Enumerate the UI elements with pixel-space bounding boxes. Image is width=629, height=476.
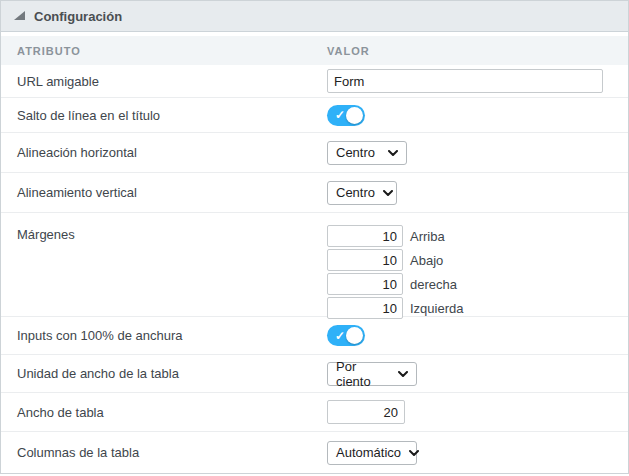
- salto-linea-label: Salto de línea en el título: [1, 108, 327, 123]
- check-icon: ✓: [335, 109, 345, 121]
- inputs-100-toggle[interactable]: ✓: [327, 325, 365, 346]
- check-icon: ✓: [335, 329, 345, 341]
- toggle-knob: [346, 327, 363, 344]
- section-title: Configuración: [34, 9, 122, 24]
- columnas-tabla-selected: Automático: [336, 445, 401, 460]
- row-url-amigable: URL amigable: [1, 65, 628, 98]
- row-inputs-100: Inputs con 100% de anchura ✓: [1, 317, 628, 355]
- ancho-tabla-label: Ancho de tabla: [1, 405, 327, 420]
- row-alineamiento-vertical: Alineamiento vertical Centro: [1, 173, 628, 213]
- row-ancho-tabla: Ancho de tabla: [1, 393, 628, 432]
- salto-linea-toggle[interactable]: ✓: [327, 105, 365, 126]
- row-unidad-ancho: Unidad de ancho de la tabla Por ciento: [1, 355, 628, 393]
- margin-right-label: derecha: [410, 277, 457, 292]
- url-amigable-input[interactable]: [327, 69, 603, 93]
- margin-top-row: Arriba: [327, 225, 463, 247]
- alineacion-horizontal-selected: Centro: [336, 145, 375, 160]
- row-columnas-tabla: Columnas de la tabla Automático: [1, 432, 628, 473]
- margin-top-label: Arriba: [410, 229, 445, 244]
- value-column-header: VALOR: [327, 45, 370, 57]
- attribute-column-header: ATRIBUTO: [1, 45, 327, 57]
- margin-right-row: derecha: [327, 273, 463, 295]
- margin-bottom-input[interactable]: [327, 249, 403, 271]
- columnas-tabla-select[interactable]: Automático: [327, 441, 417, 465]
- margin-bottom-label: Abajo: [410, 253, 443, 268]
- alineacion-horizontal-label: Alineación horizontal: [1, 145, 327, 160]
- row-margenes: Márgenes Arriba Abajo derecha Izquierda: [1, 213, 628, 317]
- margenes-label: Márgenes: [1, 213, 327, 242]
- alineamiento-vertical-selected: Centro: [336, 185, 375, 200]
- chevron-down-icon: [398, 371, 408, 377]
- margin-left-row: Izquierda: [327, 297, 463, 319]
- unidad-ancho-label: Unidad de ancho de la tabla: [1, 366, 327, 381]
- margin-left-input[interactable]: [327, 297, 403, 319]
- toggle-knob: [346, 107, 363, 124]
- configuration-panel: Configuración ATRIBUTO VALOR URL amigabl…: [0, 0, 629, 474]
- row-alineacion-horizontal: Alineación horizontal Centro: [1, 133, 628, 173]
- ancho-tabla-input[interactable]: [327, 400, 405, 424]
- alineamiento-vertical-select[interactable]: Centro: [327, 181, 397, 205]
- columnas-tabla-label: Columnas de la tabla: [1, 445, 327, 460]
- table-header-row: ATRIBUTO VALOR: [1, 36, 628, 65]
- margin-right-input[interactable]: [327, 273, 403, 295]
- alineacion-horizontal-select[interactable]: Centro: [327, 141, 407, 165]
- margin-left-label: Izquierda: [410, 301, 463, 316]
- section-titlebar[interactable]: Configuración: [1, 1, 628, 32]
- unidad-ancho-selected: Por ciento: [336, 359, 390, 389]
- collapse-triangle-icon[interactable]: [14, 11, 25, 20]
- inputs-100-label: Inputs con 100% de anchura: [1, 328, 327, 343]
- alineamiento-vertical-label: Alineamiento vertical: [1, 185, 327, 200]
- margin-top-input[interactable]: [327, 225, 403, 247]
- unidad-ancho-select[interactable]: Por ciento: [327, 362, 417, 386]
- chevron-down-icon: [383, 190, 393, 196]
- chevron-down-icon: [409, 450, 419, 456]
- row-salto-linea: Salto de línea en el título ✓: [1, 98, 628, 133]
- chevron-down-icon: [388, 150, 398, 156]
- url-amigable-label: URL amigable: [1, 74, 327, 89]
- margin-bottom-row: Abajo: [327, 249, 463, 271]
